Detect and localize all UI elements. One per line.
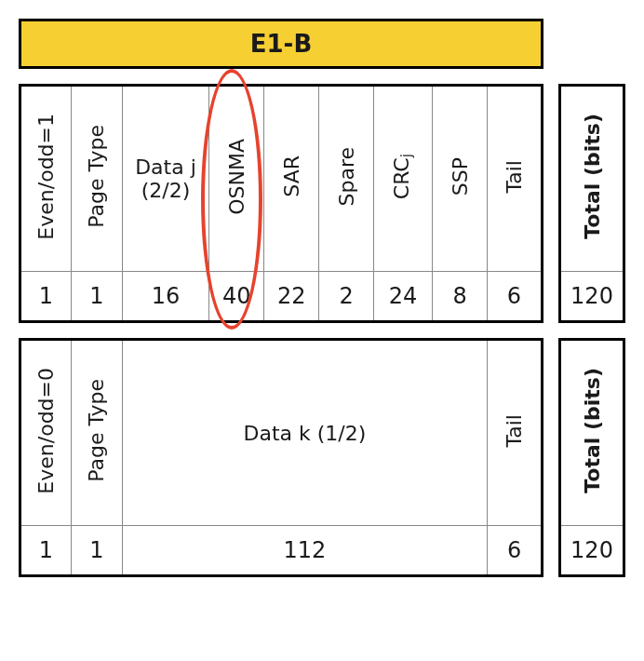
field-tail2: Tail [488, 340, 543, 526]
bits-evenodd1: 1 [20, 272, 72, 322]
row2-table: Even/odd=0 Page Type Data k (1/2) Tail 1… [19, 338, 543, 577]
header-title: E1-B [250, 30, 312, 58]
field-evenodd0: Even/odd=0 [20, 340, 72, 526]
row1-total-table: Total (bits) 120 [558, 84, 625, 323]
bits-datak: 112 [122, 526, 487, 576]
field-evenodd1: Even/odd=1 [20, 86, 72, 272]
bits-tail2: 6 [488, 526, 543, 576]
field-ssp: SSP [433, 86, 488, 272]
header-bar: E1-B [19, 19, 543, 69]
field-sar: SAR [264, 86, 319, 272]
bits-spare: 2 [319, 272, 374, 322]
field-osnma: OSNMA [209, 86, 264, 272]
bits-crcj: 24 [374, 272, 433, 322]
bits-evenodd0: 1 [20, 526, 72, 576]
field-datak: Data k (1/2) [122, 340, 487, 526]
row1-labels: Even/odd=1 Page Type Data j (2/2) OSNMA … [20, 86, 543, 272]
field-spare: Spare [319, 86, 374, 272]
row1-total-bits: 120 [560, 272, 624, 322]
bits-sar: 22 [264, 272, 319, 322]
diagram-wrap: E1-B Even/odd=1 Page Type Data j (2/2) O… [19, 19, 625, 577]
bits-ssp: 8 [433, 272, 488, 322]
field-pagetype1: Page Type [71, 86, 122, 272]
bits-osnma: 40 [209, 272, 264, 322]
field-tail1: Tail [488, 86, 543, 272]
row1-total-label: Total (bits) [560, 86, 624, 272]
bits-pagetype2: 1 [71, 526, 122, 576]
field-pagetype2: Page Type [71, 340, 122, 526]
bits-pagetype1: 1 [71, 272, 122, 322]
field-crcj: CRCj [374, 86, 433, 272]
row2-total-label: Total (bits) [560, 340, 624, 526]
row1-table: Even/odd=1 Page Type Data j (2/2) OSNMA … [19, 84, 543, 323]
bits-tail1: 6 [488, 272, 543, 322]
field-dataj: Data j (2/2) [122, 86, 209, 272]
bits-dataj: 16 [122, 272, 209, 322]
row2-values: 1 1 112 6 [20, 526, 543, 576]
row-2: Even/odd=0 Page Type Data k (1/2) Tail 1… [19, 338, 625, 577]
row2-total-bits: 120 [560, 526, 624, 576]
row2-total-table: Total (bits) 120 [558, 338, 625, 577]
row-1: Even/odd=1 Page Type Data j (2/2) OSNMA … [19, 84, 625, 323]
row2-labels: Even/odd=0 Page Type Data k (1/2) Tail [20, 340, 543, 526]
row1-values: 1 1 16 40 22 2 24 8 6 [20, 272, 543, 322]
